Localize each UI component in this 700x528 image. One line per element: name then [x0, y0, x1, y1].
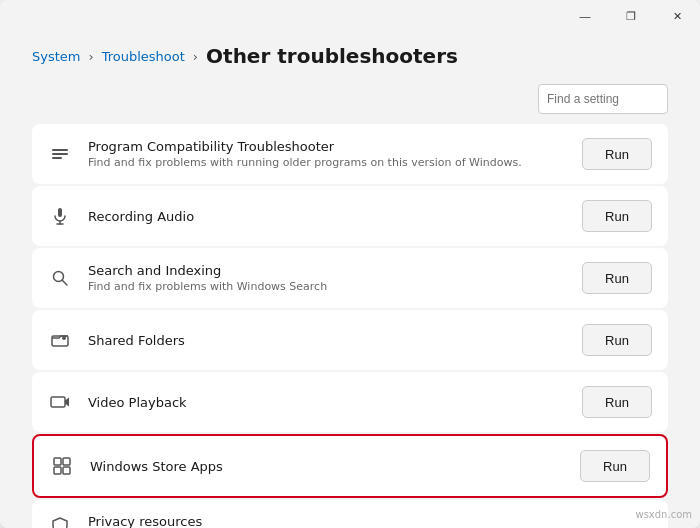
privacy-title: Privacy resources: [88, 514, 652, 528]
window-controls: — ❐ ✕: [562, 0, 700, 32]
program-compat-icon: [48, 142, 72, 166]
item-recording-audio: Recording Audio Run: [32, 186, 668, 246]
svg-point-9: [62, 336, 66, 340]
item-windows-store-apps-title: Windows Store Apps: [90, 459, 564, 474]
minimize-button[interactable]: —: [562, 0, 608, 32]
item-video-playback-title: Video Playback: [88, 395, 566, 410]
title-bar: — ❐ ✕: [0, 0, 700, 32]
shared-folders-icon: [48, 328, 72, 352]
item-program-compat: Program Compatibility Troubleshooter Fin…: [32, 124, 668, 184]
item-program-compat-title: Program Compatibility Troubleshooter: [88, 139, 566, 154]
close-button[interactable]: ✕: [654, 0, 700, 32]
page-title: Other troubleshooters: [206, 44, 458, 68]
item-program-compat-text: Program Compatibility Troubleshooter Fin…: [88, 139, 566, 169]
video-playback-icon: [48, 390, 72, 414]
item-video-playback: Video Playback Run: [32, 372, 668, 432]
run-shared-folders-button[interactable]: Run: [582, 324, 652, 356]
item-windows-store-apps-text: Windows Store Apps: [90, 459, 564, 474]
svg-rect-13: [54, 467, 61, 474]
svg-line-7: [63, 281, 68, 286]
breadcrumb: System › Troubleshoot › Other troublesho…: [32, 32, 668, 84]
svg-rect-1: [52, 153, 68, 155]
search-indexing-icon: [48, 266, 72, 290]
troubleshooters-list: Program Compatibility Troubleshooter Fin…: [32, 124, 668, 498]
main-content: System › Troubleshoot › Other troublesho…: [0, 32, 700, 528]
run-program-compat-button[interactable]: Run: [582, 138, 652, 170]
privacy-icon: [48, 514, 72, 528]
breadcrumb-sep-1: ›: [88, 49, 93, 64]
item-program-compat-desc: Find and fix problems with running older…: [88, 156, 566, 169]
breadcrumb-troubleshoot[interactable]: Troubleshoot: [102, 49, 185, 64]
svg-rect-3: [58, 208, 62, 217]
svg-rect-11: [54, 458, 61, 465]
search-input[interactable]: [538, 84, 668, 114]
svg-rect-10: [51, 397, 65, 407]
run-windows-store-apps-button[interactable]: Run: [580, 450, 650, 482]
item-video-playback-text: Video Playback: [88, 395, 566, 410]
item-windows-store-apps: Windows Store Apps Run: [32, 434, 668, 498]
run-recording-audio-button[interactable]: Run: [582, 200, 652, 232]
item-search-indexing-title: Search and Indexing: [88, 263, 566, 278]
restore-button[interactable]: ❐: [608, 0, 654, 32]
recording-audio-icon: [48, 204, 72, 228]
item-shared-folders: Shared Folders Run: [32, 310, 668, 370]
svg-rect-2: [52, 157, 62, 159]
item-search-indexing: Search and Indexing Find and fix problem…: [32, 248, 668, 308]
run-video-playback-button[interactable]: Run: [582, 386, 652, 418]
breadcrumb-sep-2: ›: [193, 49, 198, 64]
item-recording-audio-title: Recording Audio: [88, 209, 566, 224]
item-shared-folders-text: Shared Folders: [88, 333, 566, 348]
settings-window: — ❐ ✕ System › Troubleshoot › Other trou…: [0, 0, 700, 528]
privacy-text: Privacy resources About these settings a…: [88, 514, 652, 528]
breadcrumb-system[interactable]: System: [32, 49, 80, 64]
windows-store-apps-icon: [50, 454, 74, 478]
svg-rect-0: [52, 149, 68, 151]
svg-rect-12: [63, 458, 70, 465]
privacy-row: Privacy resources About these settings a…: [32, 500, 668, 528]
run-search-indexing-button[interactable]: Run: [582, 262, 652, 294]
search-row: [32, 84, 668, 114]
item-search-indexing-text: Search and Indexing Find and fix problem…: [88, 263, 566, 293]
item-search-indexing-desc: Find and fix problems with Windows Searc…: [88, 280, 566, 293]
item-recording-audio-text: Recording Audio: [88, 209, 566, 224]
svg-rect-14: [63, 467, 70, 474]
item-shared-folders-title: Shared Folders: [88, 333, 566, 348]
